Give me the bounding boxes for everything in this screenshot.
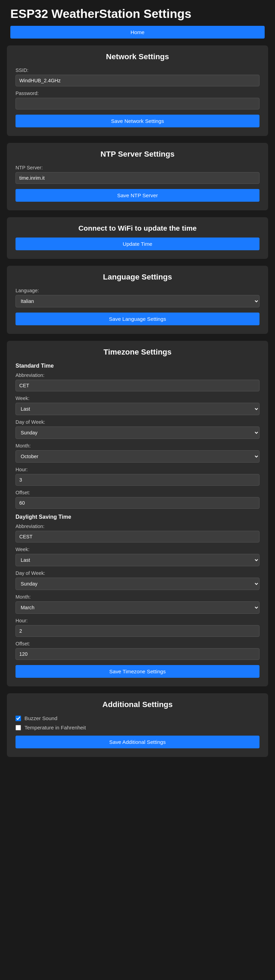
- timezone-heading: Timezone Settings: [16, 348, 259, 356]
- language-label: Language:: [16, 288, 259, 293]
- std-abbr-label: Abbreviation:: [16, 372, 259, 378]
- wifi-time-card: Connect to WiFi to update the time Updat…: [7, 217, 268, 259]
- std-hour-group: Hour:: [16, 467, 259, 486]
- std-week-label: Week:: [16, 396, 259, 401]
- std-dow-group: Day of Week: SundayMondayTuesdayWednesda…: [16, 419, 259, 439]
- page-title: ESP32 WeatherStation Settings: [0, 0, 275, 26]
- ntp-server-label: NTP Server:: [16, 165, 259, 170]
- std-dow-label: Day of Week:: [16, 419, 259, 425]
- ssid-group: SSID:: [16, 67, 259, 86]
- std-week-select[interactable]: LastFirstSecondThirdFourth: [16, 403, 259, 415]
- home-button-container: Home: [0, 26, 275, 45]
- fahrenheit-label: Temperature in Fahrenheit: [24, 725, 86, 730]
- additional-settings-card: Additional Settings Buzzer Sound Tempera…: [7, 693, 268, 757]
- buzzer-group: Buzzer Sound: [16, 715, 259, 721]
- save-additional-button[interactable]: Save Additional Settings: [16, 736, 259, 748]
- dst-offset-label: Offset:: [16, 641, 259, 646]
- ssid-label: SSID:: [16, 67, 259, 73]
- network-save-container: Save Network Settings: [16, 115, 259, 127]
- dst-hour-input[interactable]: [16, 625, 259, 637]
- dst-week-group: Week: LastFirstSecondThirdFourth: [16, 547, 259, 566]
- language-save-container: Save Language Settings: [16, 313, 259, 325]
- ntp-server-group: NTP Server:: [16, 165, 259, 184]
- dst-week-label: Week:: [16, 547, 259, 552]
- dst-offset-input[interactable]: [16, 648, 259, 660]
- dst-dow-select[interactable]: SundayMondayTuesdayWednesdayThursdayFrid…: [16, 578, 259, 590]
- std-hour-input[interactable]: [16, 474, 259, 486]
- dst-month-group: Month: JanuaryFebruaryMarchAprilMayJuneJ…: [16, 594, 259, 614]
- dst-week-select[interactable]: LastFirstSecondThirdFourth: [16, 554, 259, 566]
- save-timezone-button[interactable]: Save Timezone Settings: [16, 665, 259, 678]
- language-select[interactable]: ItalianEnglishSpanishFrenchGerman: [16, 295, 259, 307]
- dst-month-label: Month:: [16, 594, 259, 600]
- password-group: Password:: [16, 91, 259, 110]
- standard-time-subtitle: Standard Time: [16, 363, 259, 369]
- ntp-settings-card: NTP Server Settings NTP Server: Save NTP…: [7, 143, 268, 210]
- std-month-label: Month:: [16, 443, 259, 449]
- ssid-input[interactable]: [16, 75, 259, 86]
- language-heading: Language Settings: [16, 273, 259, 282]
- dst-subtitle: Daylight Saving Time: [16, 514, 259, 520]
- language-settings-card: Language Settings Language: ItalianEngli…: [7, 266, 268, 334]
- std-month-group: Month: JanuaryFebruaryMarchAprilMayJuneJ…: [16, 443, 259, 463]
- dst-abbr-input[interactable]: [16, 531, 259, 542]
- ntp-server-input[interactable]: [16, 172, 259, 184]
- dst-dow-group: Day of Week: SundayMondayTuesdayWednesda…: [16, 570, 259, 590]
- dst-hour-label: Hour:: [16, 618, 259, 624]
- password-label: Password:: [16, 91, 259, 96]
- std-abbr-group: Abbreviation:: [16, 372, 259, 391]
- dst-offset-group: Offset:: [16, 641, 259, 660]
- dst-abbr-label: Abbreviation:: [16, 523, 259, 529]
- save-ntp-button[interactable]: Save NTP Server: [16, 189, 259, 202]
- std-offset-label: Offset:: [16, 490, 259, 495]
- std-hour-label: Hour:: [16, 467, 259, 472]
- dst-hour-group: Hour:: [16, 618, 259, 637]
- network-settings-card: Network Settings SSID: Password: Save Ne…: [7, 45, 268, 136]
- language-group: Language: ItalianEnglishSpanishFrenchGer…: [16, 288, 259, 307]
- buzzer-checkbox[interactable]: [16, 716, 21, 721]
- buzzer-label: Buzzer Sound: [24, 715, 57, 721]
- dst-abbr-group: Abbreviation:: [16, 523, 259, 542]
- dst-month-select[interactable]: JanuaryFebruaryMarchAprilMayJuneJulyAugu…: [16, 601, 259, 614]
- ntp-heading: NTP Server Settings: [16, 150, 259, 159]
- dst-dow-label: Day of Week:: [16, 570, 259, 576]
- save-network-button[interactable]: Save Network Settings: [16, 115, 259, 127]
- additional-save-container: Save Additional Settings: [16, 736, 259, 748]
- home-button[interactable]: Home: [10, 26, 265, 38]
- std-offset-input[interactable]: [16, 497, 259, 509]
- std-abbr-input[interactable]: [16, 380, 259, 391]
- timezone-save-container: Save Timezone Settings: [16, 665, 259, 678]
- timezone-settings-card: Timezone Settings Standard Time Abbrevia…: [7, 341, 268, 686]
- std-month-select[interactable]: JanuaryFebruaryMarchAprilMayJuneJulyAugu…: [16, 450, 259, 463]
- fahrenheit-checkbox[interactable]: [16, 725, 21, 730]
- wifi-time-message: Connect to WiFi to update the time: [16, 224, 259, 232]
- save-language-button[interactable]: Save Language Settings: [16, 313, 259, 325]
- std-offset-group: Offset:: [16, 490, 259, 509]
- additional-heading: Additional Settings: [16, 700, 259, 709]
- ntp-save-container: Save NTP Server: [16, 189, 259, 202]
- password-input[interactable]: [16, 98, 259, 110]
- std-dow-select[interactable]: SundayMondayTuesdayWednesdayThursdayFrid…: [16, 426, 259, 439]
- std-week-group: Week: LastFirstSecondThirdFourth: [16, 396, 259, 415]
- update-time-button[interactable]: Update Time: [16, 237, 259, 250]
- network-heading: Network Settings: [16, 52, 259, 61]
- fahrenheit-group: Temperature in Fahrenheit: [16, 725, 259, 730]
